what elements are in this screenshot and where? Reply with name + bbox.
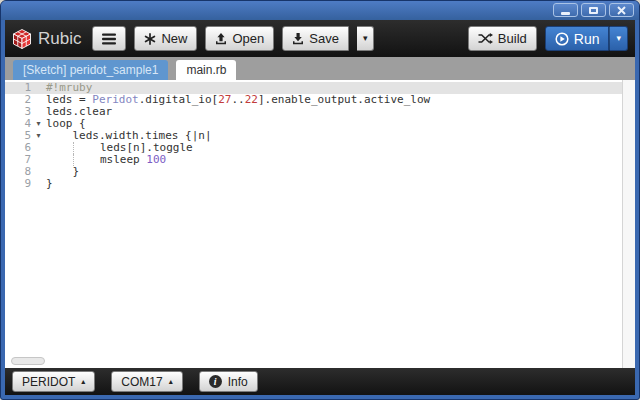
menu-button[interactable]	[92, 26, 126, 51]
code-text: leds = Peridot.digital_io[27..22].enable…	[46, 94, 635, 106]
app-name: Rubic	[38, 29, 81, 49]
maximize-button[interactable]	[581, 3, 606, 17]
save-dropdown-button[interactable]: ▾	[357, 26, 375, 51]
toolbar-right: Build Run ▾	[468, 26, 628, 51]
code-editor[interactable]: 1#!mruby2leds = Peridot.digital_io[27..2…	[5, 80, 635, 368]
open-button-label: Open	[232, 31, 264, 46]
hamburger-icon	[102, 33, 116, 45]
fold-spacer	[31, 166, 46, 178]
code-line[interactable]: 8 }	[5, 166, 635, 178]
new-button-label: New	[161, 31, 187, 46]
maximize-icon	[589, 7, 598, 14]
chevron-down-icon: ▾	[363, 34, 368, 43]
code-text: msleep 100	[46, 154, 635, 166]
code-line[interactable]: 9}	[5, 178, 635, 190]
fold-spacer	[31, 142, 46, 154]
fold-spacer	[31, 94, 46, 106]
code-line[interactable]: 3leds.clear	[5, 106, 635, 118]
toolbar-left: Rubic New Open	[12, 26, 374, 51]
info-button-label: Info	[228, 375, 248, 389]
minimize-button[interactable]	[553, 3, 578, 17]
port-select-label: COM17	[121, 375, 162, 389]
save-button-label: Save	[309, 31, 339, 46]
chevron-up-icon: ▴	[169, 378, 173, 386]
fold-arrow-icon[interactable]: ▾	[31, 130, 46, 142]
vertical-scrollbar[interactable]	[622, 80, 635, 368]
fold-arrow-icon[interactable]: ▾	[31, 118, 46, 130]
run-split-button: Run ▾	[545, 26, 628, 51]
board-select-label: PERIDOT	[22, 375, 75, 389]
open-button[interactable]: Open	[205, 26, 274, 51]
window-controls	[553, 3, 634, 17]
upload-icon	[215, 33, 227, 45]
build-button-label: Build	[498, 31, 527, 46]
app-window: Rubic New Open	[0, 0, 640, 400]
save-split-button: Save ▾	[282, 26, 374, 51]
code-line[interactable]: 7 msleep 100	[5, 154, 635, 166]
status-bar: PERIDOT ▴ COM17 ▴ i Info	[5, 368, 635, 395]
run-dropdown-button[interactable]: ▾	[609, 26, 628, 51]
minimize-icon	[561, 12, 570, 15]
tab-label: main.rb	[186, 63, 226, 77]
run-button-label: Run	[574, 31, 600, 47]
download-icon	[292, 33, 304, 45]
shuffle-icon	[478, 33, 493, 44]
title-bar[interactable]	[1, 1, 639, 20]
save-button[interactable]: Save	[282, 26, 349, 51]
app-content: Rubic New Open	[5, 20, 635, 395]
fold-spacer	[31, 154, 46, 166]
asterisk-icon	[144, 33, 156, 45]
code-lines: 1#!mruby2leds = Peridot.digital_io[27..2…	[5, 82, 635, 190]
port-select-button[interactable]: COM17 ▴	[111, 371, 182, 392]
toolbar: Rubic New Open	[5, 20, 635, 57]
tab-label: [Sketch] peridot_sample1	[23, 63, 158, 77]
tab-sketch-peridot-sample1[interactable]: [Sketch] peridot_sample1	[13, 60, 168, 80]
new-button[interactable]: New	[134, 26, 197, 51]
close-icon	[617, 6, 626, 15]
tab-main-rb[interactable]: main.rb	[176, 60, 236, 80]
rubic-cube-icon	[12, 29, 32, 49]
code-text: }	[46, 178, 635, 190]
chevron-up-icon: ▴	[81, 378, 85, 386]
close-button[interactable]	[609, 3, 634, 17]
tab-bar: [Sketch] peridot_sample1 main.rb	[5, 57, 635, 80]
build-button[interactable]: Build	[468, 26, 537, 51]
fold-spacer	[31, 106, 46, 118]
chevron-down-icon: ▾	[616, 34, 621, 43]
run-button[interactable]: Run	[545, 26, 610, 51]
code-text: }	[46, 166, 635, 178]
line-number: 9	[5, 178, 31, 190]
horizontal-scrollbar-thumb[interactable]	[11, 357, 45, 365]
board-select-button[interactable]: PERIDOT ▴	[12, 371, 95, 392]
fold-spacer	[31, 82, 46, 94]
code-text: leds.clear	[46, 106, 635, 118]
play-circle-icon	[555, 32, 569, 46]
info-circle-icon: i	[209, 375, 222, 388]
fold-spacer	[31, 178, 46, 190]
info-button[interactable]: i Info	[199, 371, 258, 392]
